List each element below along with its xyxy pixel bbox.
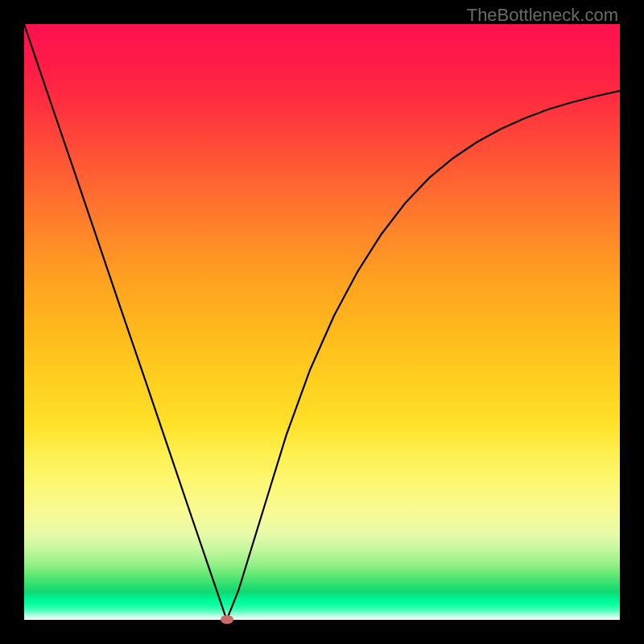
watermark-text: TheBottleneck.com — [467, 5, 618, 26]
optimal-point-marker — [221, 615, 233, 624]
bottleneck-curve — [24, 24, 620, 620]
